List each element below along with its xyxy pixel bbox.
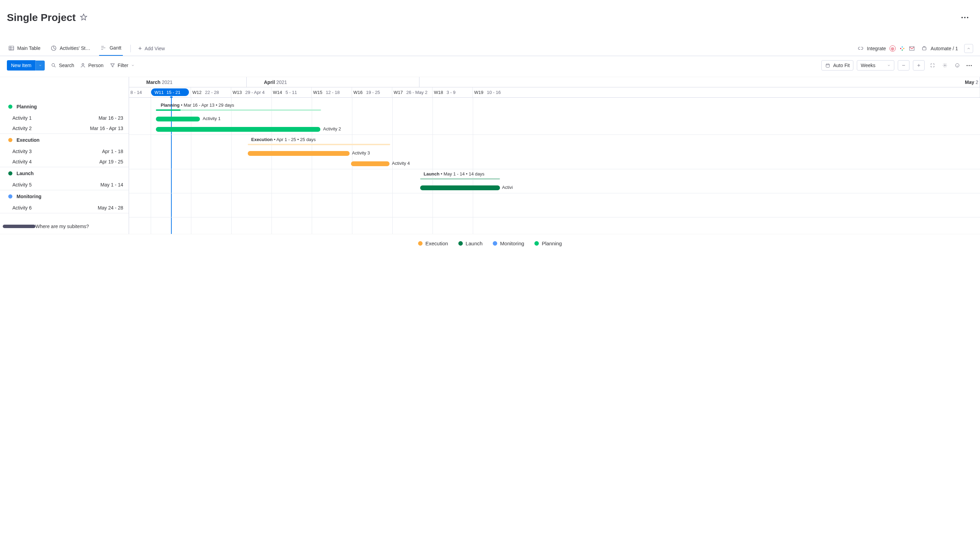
bar-row: Activity 4 <box>129 159 980 169</box>
bar-label: Activi <box>502 185 513 190</box>
gantt-bar[interactable] <box>351 161 390 166</box>
month-year: 2021 <box>276 80 287 85</box>
subitems-question[interactable]: Where are my subitems? <box>0 221 129 231</box>
activity-row[interactable]: Activity 5May 1 - 14 <box>0 180 129 190</box>
slack-icon <box>899 45 905 52</box>
summary-progress <box>156 110 181 111</box>
week-cell: W1910 - 16 <box>473 87 980 97</box>
week-cell: W1329 - Apr 4 <box>231 87 272 97</box>
svg-rect-0 <box>9 46 14 50</box>
integration-app-icon: ◎ <box>889 45 896 52</box>
person-label: Person <box>88 63 103 68</box>
bar-row: Activity 2 <box>129 124 980 135</box>
automate-label: Automate / 1 <box>931 46 958 51</box>
activity-row[interactable]: Activity 1Mar 16 - 23 <box>0 113 129 123</box>
month-year: 2 <box>975 80 978 85</box>
filter-dropdown[interactable] <box>131 63 135 68</box>
new-item-button[interactable]: New Item <box>7 60 35 70</box>
activity-row[interactable]: Activity 3Apr 1 - 18 <box>0 146 129 156</box>
summary-line <box>420 178 500 180</box>
legend-swatch <box>493 241 497 246</box>
person-filter-button[interactable]: Person <box>80 63 103 68</box>
board-more-menu[interactable] <box>959 15 970 20</box>
group-header-execution[interactable]: Execution <box>0 134 129 146</box>
filter-button[interactable]: Filter <box>110 63 128 68</box>
summary-label: Planning • Mar 16 - Apr 13 • 29 days <box>161 103 234 108</box>
group-color-dot <box>8 105 13 109</box>
tab-gantt[interactable]: Gantt <box>99 41 123 56</box>
zoom-in-button[interactable] <box>913 60 924 70</box>
group-header-launch[interactable]: Launch <box>0 167 129 180</box>
activity-name: Activity 4 <box>13 159 32 164</box>
bar-label: Activity 2 <box>323 126 341 131</box>
filter-label: Filter <box>118 63 128 68</box>
bar-label: Activity 3 <box>352 150 370 156</box>
week-cell: W1512 - 18 <box>312 87 352 97</box>
time-unit-select[interactable]: Weeks <box>857 60 894 70</box>
collapse-header-button[interactable] <box>964 44 973 53</box>
group-header-planning[interactable]: Planning <box>0 100 129 113</box>
bar-row: Activi <box>129 183 980 193</box>
activity-row[interactable]: Activity 6May 24 - 28 <box>0 203 129 213</box>
gantt-bar[interactable] <box>420 185 500 190</box>
legend-label: Execution <box>425 240 448 247</box>
tab-activities-status[interactable]: Activities' St… <box>49 41 92 56</box>
group-color-dot <box>8 194 13 199</box>
group-header-monitoring[interactable]: Monitoring <box>0 190 129 203</box>
current-week-pill: W11 15 - 21 <box>151 88 189 96</box>
group-summary-monitoring <box>129 193 980 207</box>
legend-item: Launch <box>458 240 482 247</box>
svg-rect-4 <box>903 48 904 49</box>
bar-label: Activity 1 <box>203 116 221 121</box>
activity-row[interactable]: Activity 2Mar 16 - Apr 13 <box>0 123 129 134</box>
month-name: March <box>146 80 160 85</box>
automate-button[interactable]: Automate / 1 <box>921 45 958 52</box>
bar-label: Activity 4 <box>392 161 410 166</box>
auto-fit-button[interactable]: Auto Fit <box>821 60 853 70</box>
week-cell: W183 - 9 <box>433 87 473 97</box>
zoom-out-button[interactable] <box>898 60 910 70</box>
bar-row <box>129 207 980 218</box>
group-name: Launch <box>16 171 34 176</box>
bar-row: Activity 1 <box>129 114 980 124</box>
legend-item: Monitoring <box>493 240 524 247</box>
settings-button[interactable] <box>940 60 950 70</box>
svg-rect-2 <box>900 48 901 49</box>
gantt-bar[interactable] <box>248 151 350 156</box>
gantt-bar[interactable] <box>156 117 200 121</box>
legend-swatch <box>535 241 539 246</box>
svg-rect-5 <box>902 49 902 51</box>
svg-point-9 <box>82 64 84 65</box>
integrate-button[interactable]: Integrate ◎ <box>858 45 915 52</box>
month-name: April <box>264 80 275 85</box>
search-button[interactable]: Search <box>51 63 74 68</box>
toolbar-more-menu[interactable] <box>965 65 973 66</box>
months-row: March 2021 April 2021 May 2 <box>129 77 980 87</box>
gantt-chart[interactable]: Planning • Mar 16 - Apr 13 • 29 days Act… <box>129 98 980 234</box>
summary-label: Launch • May 1 - 14 • 14 days <box>423 171 485 177</box>
group-summary-launch: Launch • May 1 - 14 • 14 days <box>129 169 980 183</box>
activity-row[interactable]: Activity 4Apr 19 - 25 <box>0 156 129 167</box>
legend-swatch <box>418 241 423 246</box>
new-item-dropdown[interactable] <box>35 60 45 70</box>
feedback-button[interactable] <box>953 60 962 70</box>
summary-line <box>156 110 321 111</box>
tab-main-table[interactable]: Main Table <box>7 41 41 56</box>
week-cell: W1619 - 25 <box>352 87 392 97</box>
activity-dates: May 1 - 14 <box>100 182 123 188</box>
group-summary-planning: Planning • Mar 16 - Apr 13 • 29 days <box>129 100 980 114</box>
activity-dates: Mar 16 - 23 <box>99 115 123 121</box>
divider <box>130 45 131 52</box>
svg-point-12 <box>956 64 959 67</box>
gantt-bar[interactable] <box>156 127 320 132</box>
chevron-down-icon <box>887 63 891 68</box>
page-title: Single Project <box>7 12 76 23</box>
views-tabs: Main Table Activities' St… Gantt + Add V… <box>7 41 165 56</box>
add-view-button[interactable]: + Add View <box>138 45 165 52</box>
fullscreen-button[interactable] <box>928 60 937 70</box>
legend-label: Launch <box>466 240 482 247</box>
star-icon[interactable] <box>80 13 88 22</box>
activity-name: Activity 6 <box>13 205 32 210</box>
group-summary-execution: Execution • Apr 1 - 25 • 25 days <box>129 135 980 149</box>
svg-point-11 <box>944 65 946 66</box>
